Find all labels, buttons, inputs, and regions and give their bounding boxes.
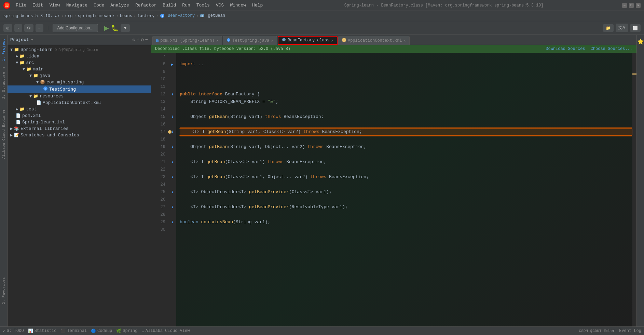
- side-tab-alibaba[interactable]: Alibaba Cloud Explorer: [2, 109, 6, 159]
- menu-build[interactable]: Build: [160, 2, 179, 9]
- line-20: 20: [151, 151, 165, 158]
- tree-test[interactable]: ▶ 📁 test: [8, 106, 151, 112]
- terminal-button[interactable]: ⬛ Terminal: [60, 329, 87, 334]
- tab-beanfactory-close[interactable]: ✕: [331, 38, 333, 43]
- gutter-21-icon: ℹ: [172, 160, 173, 164]
- code-area[interactable]: import ... public interface BeanFactory …: [176, 53, 632, 326]
- alibaba-view-button[interactable]: ☁ Alibaba Cloud View: [142, 329, 190, 334]
- menu-analyze[interactable]: Analyze: [108, 2, 132, 9]
- gutter-17-icon: ℹ: [172, 130, 173, 134]
- tab-appcontext[interactable]: X ApplicationContext.xml ✕: [338, 36, 410, 45]
- bookmark-icon[interactable]: ⭐: [637, 38, 644, 45]
- statistic-button[interactable]: 📊 Statistic: [28, 329, 57, 334]
- todo-button[interactable]: ✓ 6: TODO: [3, 329, 24, 334]
- tree-idea[interactable]: ▶ 📁 .idea: [8, 53, 151, 59]
- toolbar-minus[interactable]: −: [36, 24, 43, 32]
- toolbar-icon-1[interactable]: ⊕: [3, 24, 12, 32]
- side-tab-structure[interactable]: 2: Structure: [2, 72, 6, 99]
- add-configuration-button[interactable]: Add Configuration...: [53, 24, 98, 32]
- bc-springframework[interactable]: springframework: [78, 14, 115, 18]
- bc-org[interactable]: org: [65, 14, 73, 18]
- panel-locate-icon[interactable]: ⊕: [132, 37, 135, 43]
- tab-appcontext-close[interactable]: ✕: [403, 38, 406, 43]
- tab-pom[interactable]: m pom.xml (Spring-learn) ✕: [152, 36, 222, 45]
- menu-run[interactable]: Run: [179, 2, 193, 9]
- package-expand-icon: ▼: [36, 80, 39, 85]
- bc-method[interactable]: m getBean: [200, 13, 225, 18]
- menu-window[interactable]: Window: [227, 2, 249, 9]
- menu-view[interactable]: View: [46, 2, 63, 9]
- menu-refactor[interactable]: Refactor: [133, 2, 159, 9]
- tab-testspring-close[interactable]: ✕: [271, 38, 273, 43]
- gutter-23-icon: ℹ: [172, 175, 173, 179]
- sidebar-tab-project[interactable]: 1: Project: [1, 37, 6, 63]
- line-15: 15: [151, 113, 165, 121]
- close-button[interactable]: ✕: [636, 3, 641, 8]
- menu-navigate[interactable]: Navigate: [64, 2, 90, 9]
- panel-close-icon[interactable]: −: [145, 37, 148, 43]
- menu-items: File Edit View Navigate Code Analyze Ref…: [13, 2, 265, 9]
- decompiled-notice: Decompiled .class file, bytecode version…: [151, 45, 636, 53]
- menu-file[interactable]: File: [13, 2, 29, 9]
- toolbar-settings[interactable]: ⚙: [24, 24, 33, 32]
- download-sources-link[interactable]: Download Sources: [546, 46, 585, 51]
- side-tab-favorites[interactable]: 2: Favorites: [2, 277, 6, 304]
- debug-button[interactable]: 🐛: [111, 24, 119, 32]
- translate-button[interactable]: 文A: [616, 24, 628, 32]
- choose-sources-link[interactable]: Choose Sources...: [591, 46, 632, 51]
- menu-code[interactable]: Code: [91, 2, 107, 9]
- open-project-button[interactable]: 📁: [603, 24, 614, 32]
- tree-java[interactable]: ▼ 📁 java: [8, 72, 151, 79]
- code-line-21: <T> T getBean(Class<T> var1) throws Bean…: [180, 158, 632, 166]
- tree-src[interactable]: ▼ 📁 src: [8, 59, 151, 66]
- code-line-23: <T> T getBean(Class<T> var1, Object... v…: [180, 173, 632, 181]
- codeup-button[interactable]: 🔵 Codeup: [91, 329, 112, 334]
- favorites-tab: 2: Favorites: [0, 274, 8, 308]
- tree-main[interactable]: ▼ 📁 main: [8, 66, 151, 72]
- tree-package[interactable]: ▼ 📦 com.mjh.spring: [8, 79, 151, 85]
- maximize-button[interactable]: □: [629, 3, 634, 8]
- tree-pom[interactable]: 📄 pom.xml: [8, 112, 151, 119]
- more-run-options[interactable]: ▼: [121, 24, 130, 32]
- editor-scrollbar[interactable]: [632, 53, 636, 326]
- tree-iml[interactable]: 📄 Spring-learn.iml: [8, 119, 151, 125]
- tree-root[interactable]: ▼ 📁 Spring-learn D:\代码\Spring-learn: [8, 46, 151, 53]
- panel-collapse-icon[interactable]: ÷: [137, 37, 139, 43]
- statistic-label: Statistic: [35, 329, 57, 333]
- menu-tools[interactable]: Tools: [194, 2, 213, 9]
- tree-testspring[interactable]: T TestSpring: [8, 85, 151, 93]
- code-line-15: Object getBean(String var1) throws Beans…: [180, 113, 632, 121]
- tab-pom-close[interactable]: ✕: [216, 38, 219, 43]
- tab-beanfactory[interactable]: I BeanFactory.class ✕: [278, 36, 338, 45]
- bc-factory[interactable]: factory: [137, 14, 154, 18]
- tab-testspring[interactable]: T TestSpring.java ✕: [223, 36, 277, 45]
- spring-button[interactable]: 🌿 Spring: [116, 329, 137, 334]
- bc-beans[interactable]: beans: [120, 14, 132, 18]
- code-line-11: [180, 83, 632, 91]
- toolbar-icon-2[interactable]: ÷: [14, 24, 22, 32]
- line-16: 16: [151, 121, 165, 128]
- line-9: 9: [151, 68, 165, 76]
- tree-external-libs[interactable]: ▶ 📚 External Libraries: [8, 125, 151, 132]
- maximize-panel[interactable]: ⬜: [630, 24, 641, 32]
- menu-help[interactable]: Help: [249, 2, 265, 9]
- panel-settings-icon[interactable]: ⚙: [141, 37, 143, 43]
- bc-sep-6: ›: [196, 14, 198, 18]
- line-19: 19: [151, 143, 165, 151]
- run-button[interactable]: ▶: [104, 24, 109, 32]
- tree-appcontext[interactable]: 📄 ApplicationContext.xml: [8, 99, 151, 106]
- event-log-label: Event Log: [619, 329, 641, 333]
- tree-resources[interactable]: ▼ 📁 resources: [8, 93, 151, 99]
- bc-jar[interactable]: spring-beans-5.3.10.jar: [3, 14, 60, 18]
- todo-label: 6: TODO: [6, 329, 24, 333]
- tree-main-label: main: [33, 67, 43, 72]
- event-log-button[interactable]: Event Log: [619, 329, 641, 333]
- minimize-button[interactable]: —: [622, 3, 627, 8]
- tab-testspring-label: TestSpring.java: [232, 38, 269, 43]
- menu-vcs[interactable]: VCS: [213, 2, 227, 9]
- code-line-24: [180, 181, 632, 188]
- menu-edit[interactable]: Edit: [30, 2, 46, 9]
- bc-beanfactory[interactable]: I BeanFactory: [160, 13, 195, 18]
- notice-links: Download Sources Choose Sources...: [546, 46, 632, 51]
- tree-scratches[interactable]: ▶ 📝 Scratches and Consoles: [8, 132, 151, 138]
